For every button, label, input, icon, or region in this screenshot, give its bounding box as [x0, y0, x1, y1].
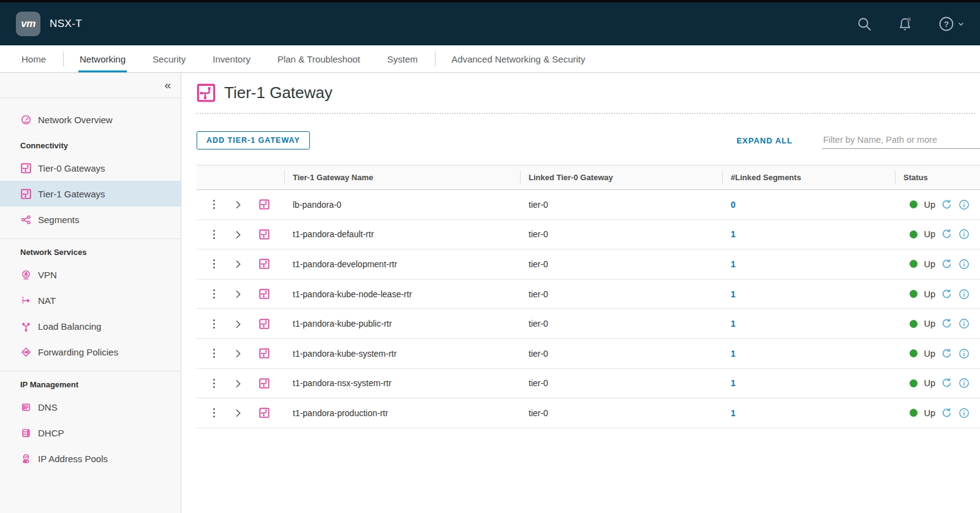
add-tier1-gateway-button[interactable]: ADD TIER-1 GATEWAY: [197, 131, 310, 150]
row-linked: tier-0: [520, 259, 722, 269]
status-up-dot: [910, 349, 918, 357]
row-name: t1-pandora-production-rtr: [284, 408, 520, 418]
sidebar-item-forwarding-policies[interactable]: Forwarding Policies: [0, 339, 181, 365]
sidebar-item-load-balancing[interactable]: Load Balancing: [0, 313, 181, 339]
tab-home[interactable]: Home: [20, 45, 47, 72]
help-menu[interactable]: ?: [938, 15, 964, 32]
info-icon[interactable]: [959, 408, 970, 419]
refresh-status-icon[interactable]: [941, 348, 952, 359]
tier1-gateway-row-icon: [259, 408, 270, 418]
row-menu-kebab-icon[interactable]: [211, 317, 217, 330]
sidebar-item-segments[interactable]: Segments: [0, 207, 181, 232]
row-expand-chevron-icon[interactable]: [233, 199, 243, 210]
main-content: Tier-1 Gateway ADD TIER-1 GATEWAY EXPAND…: [181, 73, 980, 513]
row-name: t1-pandora-kube-public-rtr: [284, 319, 520, 329]
info-icon[interactable]: [959, 378, 970, 389]
row-menu-kebab-icon[interactable]: [211, 406, 217, 419]
info-icon[interactable]: [959, 229, 970, 240]
row-segments-link[interactable]: 1: [731, 319, 736, 329]
sidebar-item-network-overview[interactable]: Network Overview: [0, 107, 181, 132]
tab-system[interactable]: System: [386, 45, 419, 72]
table-header-row: Tier-1 Gateway Name Linked Tier-0 Gatewa…: [197, 165, 980, 190]
dhcp-icon: [20, 427, 31, 438]
tier1-gateway-icon: [20, 188, 31, 199]
refresh-status-icon[interactable]: [941, 378, 952, 389]
row-expand-chevron-icon[interactable]: [233, 348, 243, 359]
refresh-status-icon[interactable]: [941, 199, 952, 210]
tier1-gateway-row-icon: [259, 259, 270, 269]
row-expand-chevron-icon[interactable]: [233, 408, 243, 418]
chevron-down-icon: [958, 22, 964, 26]
search-icon[interactable]: [856, 16, 872, 32]
sidebar-collapse-icon[interactable]: «: [164, 77, 171, 93]
forwarding-policies-icon: [20, 346, 31, 357]
row-segments-link[interactable]: 0: [731, 200, 736, 210]
dotted-separator: [197, 113, 975, 114]
tab-networking[interactable]: Networking: [78, 45, 127, 72]
expand-all-button[interactable]: EXPAND ALL: [736, 136, 793, 145]
sidebar-item-vpn[interactable]: VPN: [0, 262, 181, 287]
notification-dot: [907, 17, 911, 21]
refresh-status-icon[interactable]: [941, 229, 952, 240]
tab-advanced-networking-security[interactable]: Advanced Networking & Security: [450, 45, 586, 72]
sidebar-item-label: Forwarding Policies: [38, 347, 118, 357]
row-menu-kebab-icon[interactable]: [211, 228, 217, 241]
column-header-controls: [197, 165, 284, 189]
sidebar-item-tier0-gateways[interactable]: Tier-0 Gateways: [0, 155, 181, 181]
row-linked: tier-0: [520, 229, 722, 239]
refresh-status-icon[interactable]: [941, 318, 952, 329]
sidebar-item-dns[interactable]: DNS: [0, 394, 181, 420]
load-balancing-icon: [20, 321, 31, 332]
row-menu-kebab-icon[interactable]: [211, 287, 217, 300]
info-icon[interactable]: [959, 289, 970, 300]
row-segments-link[interactable]: 1: [731, 408, 736, 418]
row-name: t1-pandora-kube-system-rtr: [284, 349, 520, 359]
table-row: t1-pandora-development-rtr tier-0 1 Up: [197, 249, 980, 279]
sidebar-item-nat[interactable]: NAT: [0, 287, 181, 313]
row-menu-kebab-icon[interactable]: [211, 377, 217, 390]
row-status-label: Up: [924, 319, 935, 329]
column-header-status: Status: [895, 165, 980, 189]
row-status-label: Up: [924, 200, 935, 210]
sidebar-item-ip-address-pools[interactable]: IP Address Pools: [0, 446, 181, 471]
row-expand-chevron-icon[interactable]: [233, 319, 243, 329]
status-up-dot: [910, 230, 918, 238]
vmware-logo: vm: [16, 12, 40, 36]
info-icon[interactable]: [959, 199, 970, 210]
row-segments-link[interactable]: 1: [731, 349, 736, 359]
row-menu-kebab-icon[interactable]: [211, 198, 217, 211]
ip-address-pools-icon: [20, 453, 31, 464]
info-icon[interactable]: [959, 348, 970, 359]
row-segments-link[interactable]: 1: [731, 289, 736, 299]
sidebar-item-label: DNS: [38, 402, 58, 412]
row-segments-link[interactable]: 1: [731, 259, 736, 269]
sidebar-item-dhcp[interactable]: DHCP: [0, 420, 181, 446]
row-expand-chevron-icon[interactable]: [233, 289, 243, 299]
notifications-bell-icon[interactable]: [897, 16, 913, 32]
refresh-status-icon[interactable]: [941, 259, 952, 270]
sidebar-item-tier1-gateways[interactable]: Tier-1 Gateways: [0, 181, 181, 207]
tab-security[interactable]: Security: [151, 45, 187, 72]
row-status-label: Up: [924, 289, 935, 299]
tab-plan-troubleshoot[interactable]: Plan & Troubleshoot: [276, 45, 361, 72]
row-name: t1-pandora-default-rtr: [284, 229, 520, 239]
row-segments-link[interactable]: 1: [731, 378, 736, 388]
row-name: t1-pandora-nsx-system-rtr: [284, 378, 520, 388]
refresh-status-icon[interactable]: [941, 289, 952, 300]
tab-inventory[interactable]: Inventory: [211, 45, 252, 72]
row-segments-link[interactable]: 1: [731, 229, 736, 239]
table-row: t1-pandora-default-rtr tier-0 1 Up: [197, 220, 980, 250]
row-expand-chevron-icon[interactable]: [233, 229, 243, 240]
info-icon[interactable]: [959, 259, 970, 270]
info-icon[interactable]: [959, 318, 970, 329]
row-menu-kebab-icon[interactable]: [211, 347, 217, 360]
row-expand-chevron-icon[interactable]: [233, 378, 243, 389]
row-expand-chevron-icon[interactable]: [233, 259, 243, 269]
tier1-gateway-row-icon: [259, 289, 270, 299]
sidebar-collapse-row: «: [0, 73, 181, 98]
refresh-status-icon[interactable]: [941, 408, 952, 419]
row-menu-kebab-icon[interactable]: [211, 257, 217, 270]
filter-input[interactable]: [822, 132, 980, 149]
nav-divider: [435, 51, 435, 66]
table-row: t1-pandora-kube-node-lease-rtr tier-0 1 …: [197, 279, 980, 310]
